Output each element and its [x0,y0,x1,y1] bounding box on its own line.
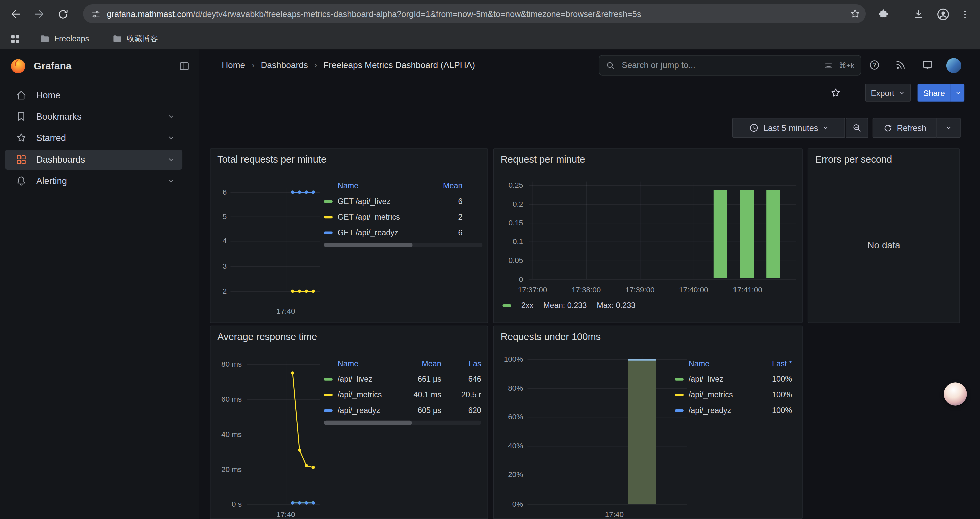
search-box[interactable]: ⌘+k [599,55,861,76]
series-mean: 2 [435,212,462,221]
legend-header-mean[interactable]: Mean [435,181,462,190]
panel-request-per-minute: Request per minute 0.25 0.2 0.15 0.1 0.0… [493,148,802,323]
legend-row[interactable]: /api/_readyz 605 µs 620 [324,402,481,418]
series-color-chip [324,200,332,203]
series-color-chip [675,378,684,380]
series-name: GET /api/_readyz [337,228,435,237]
monitor-icon[interactable] [922,59,933,71]
screen: grafana.mathmast.com/d/deytv4rwavabkb/fr… [0,0,980,519]
legend-header-row: Name Mean Las [324,356,481,371]
bar-chart[interactable] [628,359,656,504]
svg-text:?: ? [873,62,876,69]
legend-header-name[interactable]: Name [337,359,400,368]
legend-row[interactable]: /api/_livez 661 µs 646 [324,371,481,387]
bar-chart[interactable] [494,149,802,322]
series-max: Max: 0.233 [597,301,635,310]
legend-scrollbar[interactable] [324,243,483,247]
dock-menu-icon[interactable] [179,61,190,72]
url-domain: grafana.mathmast.com [107,9,193,18]
site-info-icon[interactable] [91,8,102,19]
favorite-star-icon[interactable] [830,87,841,99]
legend-row[interactable]: /api/_metrics 100% [675,387,792,402]
share-dropdown-button[interactable] [951,84,964,101]
grafana-logo[interactable] [10,58,26,75]
series-last: 100% [760,375,792,383]
sidebar-item-bookmarks[interactable]: Bookmarks [5,107,183,126]
gridline [527,388,687,389]
legend-header-mean[interactable]: Mean [400,359,441,368]
series-color-chip [324,232,332,234]
share-button[interactable]: Share [918,84,951,101]
breadcrumb-home[interactable]: Home [222,60,245,70]
reload-button[interactable] [54,5,72,23]
refresh-icon [883,123,892,132]
breadcrumb-separator: › [251,60,255,70]
profile-avatar[interactable] [934,5,951,23]
series-color-chip [675,409,684,412]
legend-header-last[interactable]: Las [445,359,481,368]
user-avatar[interactable] [946,58,961,73]
zoom-out-button[interactable] [846,118,868,137]
legend-row[interactable]: GET /api/_metrics 2 [324,209,483,225]
bookmark-folder-freeleaps[interactable]: Freeleaps [37,31,93,46]
bookmark-folder-blogs[interactable]: 收藏博客 [109,31,162,46]
bookmark-star-icon[interactable] [849,8,861,19]
sidebar-item-home[interactable]: Home [5,85,183,105]
series-name: /api/_readyz [337,406,400,415]
brand-row: Grafana [0,57,199,76]
back-button[interactable] [7,5,25,23]
legend-row[interactable]: /api/_metrics 40.1 ms 20.5 r [324,387,481,402]
apps-grid-icon[interactable] [6,31,24,46]
chevron-down-icon[interactable] [167,156,175,163]
refresh-interval-dropdown[interactable] [936,118,961,137]
series-mean: 6 [435,228,462,237]
sidebar-item-starred[interactable]: Starred [5,128,183,148]
search-icon [606,61,616,70]
clock-icon [749,123,759,133]
keyboard-icon [823,61,834,70]
sidebar-item-alerting[interactable]: Alerting [5,171,183,191]
rss-icon[interactable] [895,59,906,71]
chevron-down-icon[interactable] [167,134,175,141]
panel-title[interactable]: Requests under 100ms [501,331,601,343]
y-tick-label: 0% [496,500,523,508]
floating-assistant-avatar[interactable] [943,382,967,406]
legend-row[interactable]: /api/_livez 100% [675,371,792,387]
download-icon[interactable] [909,5,927,23]
panel-title[interactable]: Errors per second [815,154,892,165]
forward-button[interactable] [30,5,48,23]
series-color-chip [675,393,684,396]
legend-scrollbar[interactable] [324,421,481,425]
sidebar-item-dashboards[interactable]: Dashboards [5,150,183,170]
legend-header-name[interactable]: Name [337,181,435,190]
series-color-chip [502,304,511,307]
extensions-icon[interactable] [873,5,892,23]
breadcrumb-dashboards[interactable]: Dashboards [261,60,307,70]
series-name: /api/_livez [689,375,760,383]
menu-kebab-icon[interactable] [956,5,974,23]
chevron-down-icon[interactable] [167,177,175,184]
refresh-button[interactable]: Refresh [873,118,937,137]
legend-row[interactable]: /api/_readyz 100% [675,402,792,418]
legend-row[interactable]: GET /api/_readyz 6 [324,225,483,241]
folder-icon [112,34,123,44]
legend[interactable]: 2xx Mean: 0.233 Max: 0.233 [502,301,635,310]
series-mean: 661 µs [400,375,441,383]
export-button[interactable]: Export [865,84,911,101]
chevron-down-icon[interactable] [167,113,175,120]
url-bar[interactable]: grafana.mathmast.com/d/deytv4rwavabkb/fr… [83,4,865,23]
search-input[interactable] [621,60,818,71]
url-path: /d/deytv4rwavabkb/freeleaps-metrics-dash… [193,9,641,18]
sidebar-item-label: Alerting [37,176,67,186]
y-tick-label: 20% [496,470,523,479]
folder-icon [40,34,50,44]
legend-row[interactable]: GET /api/_livez 6 [324,193,483,209]
browser-toolbar: grafana.mathmast.com/d/deytv4rwavabkb/fr… [0,0,980,28]
legend-header-name[interactable]: Name [689,359,760,368]
legend-table: Name Last * /api/_livez 100% /api/_metri… [675,356,792,418]
help-icon[interactable]: ? [869,59,880,71]
legend-header-last[interactable]: Last * [760,359,792,368]
url-text: grafana.mathmast.com/d/deytv4rwavabkb/fr… [107,9,843,18]
time-range-picker[interactable]: Last 5 minutes [732,118,845,137]
y-tick-label: 80% [496,384,523,393]
